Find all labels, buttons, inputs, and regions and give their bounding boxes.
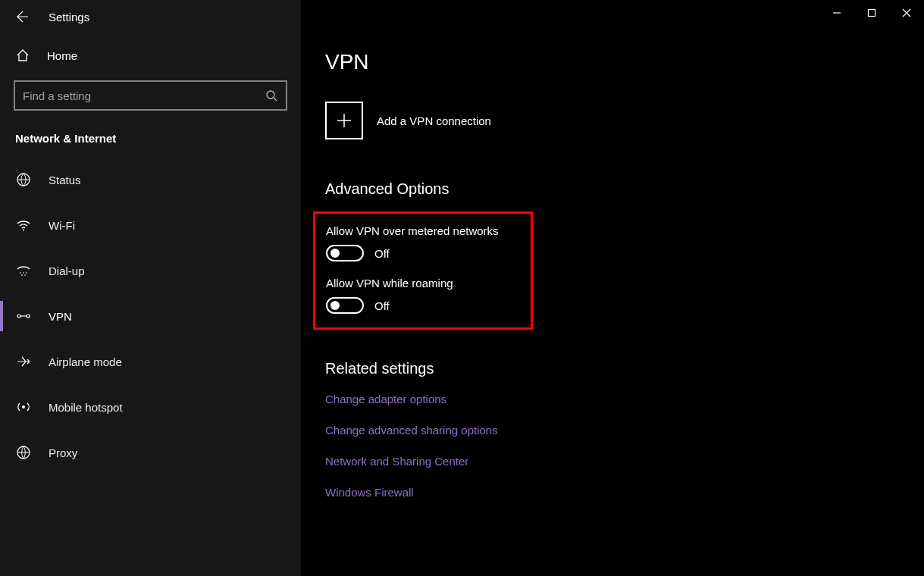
- svg-line-1: [274, 98, 277, 101]
- toggle-knob: [330, 249, 340, 258]
- related-links: Change adapter options Change advanced s…: [325, 393, 924, 499]
- link-firewall[interactable]: Windows Firewall: [325, 486, 924, 499]
- option-metered-label: Allow VPN over metered networks: [326, 224, 515, 237]
- nav-item-proxy[interactable]: Proxy: [0, 430, 301, 475]
- svg-point-7: [21, 274, 23, 276]
- nav-list: Status Wi-Fi Dial-up VPN: [0, 157, 301, 475]
- svg-rect-15: [869, 10, 875, 17]
- svg-point-3: [23, 230, 24, 231]
- minimize-icon: [832, 8, 841, 17]
- vpn-icon: [15, 308, 32, 324]
- link-sharing-center[interactable]: Network and Sharing Center: [325, 455, 924, 468]
- window-controls: [819, 0, 924, 26]
- nav-label: Airplane mode: [49, 355, 122, 368]
- search-input[interactable]: [23, 89, 265, 102]
- nav-item-vpn[interactable]: VPN: [0, 293, 301, 339]
- link-adapter-options[interactable]: Change adapter options: [325, 393, 924, 405]
- search-icon: [265, 89, 278, 102]
- main-content: VPN Add a VPN connection Advanced Option…: [301, 0, 924, 576]
- hotspot-icon: [15, 399, 32, 415]
- highlight-annotation: Allow VPN over metered networks Off Allo…: [313, 211, 533, 330]
- svg-point-4: [20, 272, 21, 274]
- search-box[interactable]: [14, 80, 287, 111]
- nav-label: Mobile hotspot: [49, 401, 123, 414]
- category-heading: Network & Internet: [0, 111, 301, 157]
- toggle-roaming[interactable]: [326, 297, 364, 314]
- related-settings-heading: Related settings: [325, 360, 924, 377]
- svg-point-6: [26, 272, 27, 274]
- nav-label: Wi-Fi: [49, 219, 75, 232]
- home-label: Home: [47, 49, 77, 62]
- airplane-icon: [15, 354, 32, 369]
- nav-item-hotspot[interactable]: Mobile hotspot: [0, 384, 301, 430]
- nav-item-status[interactable]: Status: [0, 157, 301, 202]
- maximize-button[interactable]: [854, 0, 889, 26]
- dialup-icon: [15, 263, 32, 278]
- proxy-icon: [15, 445, 32, 460]
- svg-point-0: [267, 91, 274, 99]
- minimize-button[interactable]: [819, 0, 854, 26]
- wifi-icon: [15, 218, 32, 233]
- arrow-left-icon: [14, 10, 28, 23]
- svg-point-8: [24, 274, 26, 276]
- svg-point-12: [22, 405, 25, 409]
- plus-icon: [325, 102, 363, 139]
- svg-point-9: [17, 315, 20, 318]
- toggle-metered-state: Off: [374, 247, 390, 260]
- option-metered: Allow VPN over metered networks Off: [326, 224, 515, 261]
- app-title: Settings: [49, 11, 89, 23]
- nav-label: Dial-up: [49, 265, 85, 277]
- nav-label: Status: [49, 174, 81, 186]
- toggle-knob: [330, 301, 340, 310]
- maximize-icon: [867, 8, 876, 17]
- toggle-metered[interactable]: [326, 245, 364, 261]
- nav-item-dialup[interactable]: Dial-up: [0, 248, 301, 293]
- option-roaming: Allow VPN while roaming Off: [326, 277, 515, 314]
- home-icon: [15, 49, 30, 62]
- back-button[interactable]: [12, 8, 30, 26]
- toggle-roaming-state: Off: [374, 299, 390, 312]
- close-icon: [902, 8, 911, 17]
- svg-point-5: [23, 272, 24, 274]
- advanced-options-heading: Advanced Options: [325, 180, 924, 198]
- close-button[interactable]: [889, 0, 924, 26]
- nav-item-wifi[interactable]: Wi-Fi: [0, 202, 301, 248]
- sidebar: Settings Home Network & Internet Status: [0, 0, 301, 576]
- nav-label: VPN: [49, 310, 72, 323]
- add-vpn-label: Add a VPN connection: [377, 114, 491, 127]
- nav-label: Proxy: [49, 446, 77, 459]
- sidebar-titlebar: Settings: [0, 0, 301, 33]
- nav-item-airplane[interactable]: Airplane mode: [0, 339, 301, 384]
- status-icon: [15, 172, 32, 187]
- option-roaming-label: Allow VPN while roaming: [326, 277, 515, 290]
- svg-point-10: [27, 315, 30, 318]
- add-vpn-button[interactable]: Add a VPN connection: [325, 102, 924, 139]
- home-nav[interactable]: Home: [0, 33, 301, 77]
- link-advanced-sharing[interactable]: Change advanced sharing options: [325, 424, 924, 437]
